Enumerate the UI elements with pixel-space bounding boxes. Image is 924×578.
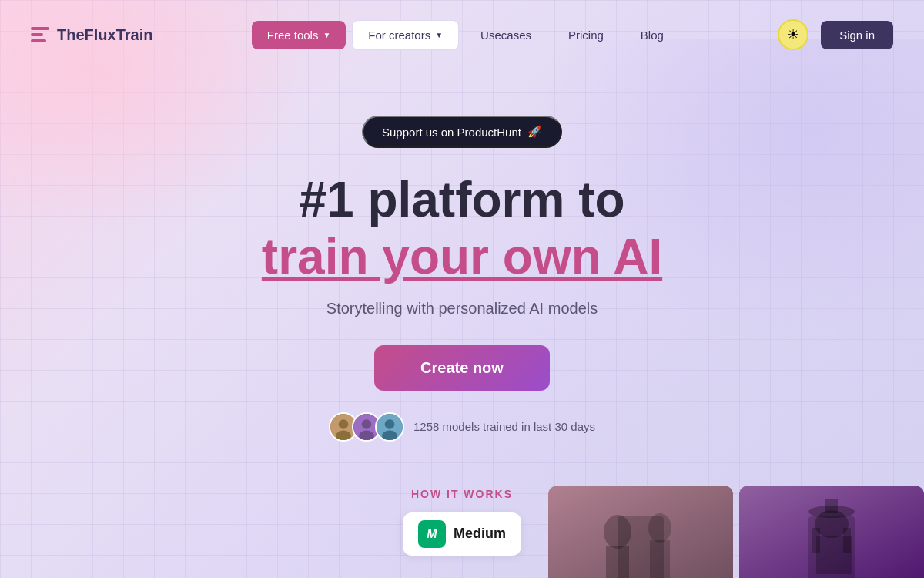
hero-title-line1: #1 platform to [299, 173, 624, 227]
avatar-group [329, 412, 404, 442]
rocket-icon: 🚀 [527, 125, 542, 139]
svg-rect-17 [843, 528, 851, 553]
hero-image-2 [739, 486, 924, 578]
svg-point-7 [385, 419, 395, 429]
svg-rect-13 [650, 540, 670, 578]
svg-rect-20 [825, 499, 838, 513]
usecases-link[interactable]: Usecases [465, 21, 547, 49]
svg-rect-11 [606, 546, 629, 578]
navbar: TheFluxTrain Free tools ▼ For creators ▼… [0, 0, 924, 69]
bottom-images [0, 486, 924, 578]
sun-icon: ☀ [787, 26, 799, 43]
producthunt-badge[interactable]: Support us on ProductHunt 🚀 [362, 116, 562, 148]
svg-point-5 [359, 430, 374, 441]
svg-point-12 [648, 513, 671, 543]
hero-subtitle: Storytelling with personalized AI models [326, 300, 598, 318]
theme-toggle-button[interactable]: ☀ [778, 19, 808, 50]
svg-rect-16 [812, 528, 820, 553]
create-now-button[interactable]: Create now [374, 345, 550, 391]
chevron-down-icon: ▼ [323, 31, 330, 39]
svg-point-8 [382, 430, 397, 441]
svg-point-1 [339, 419, 349, 429]
svg-point-2 [336, 430, 351, 441]
producthunt-label: Support us on ProductHunt [382, 126, 521, 139]
pricing-link[interactable]: Pricing [553, 21, 619, 49]
logo-icon [31, 27, 49, 42]
nav-center: Free tools ▼ For creators ▼ Usecases Pri… [252, 20, 679, 50]
avatar [375, 412, 404, 442]
for-creators-button[interactable]: For creators ▼ [352, 20, 459, 50]
svg-rect-9 [548, 486, 733, 578]
svg-rect-18 [816, 536, 852, 574]
hero-section: Support us on ProductHunt 🚀 #1 platform … [0, 69, 924, 442]
signin-button[interactable]: Sign in [821, 21, 893, 49]
logo[interactable]: TheFluxTrain [31, 26, 152, 44]
social-proof: 1258 models trained in last 30 days [329, 412, 595, 442]
chevron-down-icon: ▼ [435, 31, 443, 39]
hero-image-1 [548, 486, 733, 578]
hero-title-line2: train your own AI [262, 230, 662, 284]
free-tools-button[interactable]: Free tools ▼ [252, 21, 346, 49]
svg-point-4 [362, 419, 372, 429]
blog-link[interactable]: Blog [625, 21, 679, 49]
svg-point-10 [604, 515, 631, 549]
nav-right: ☀ Sign in [778, 19, 893, 50]
logo-text: TheFluxTrain [57, 26, 152, 44]
social-proof-text: 1258 models trained in last 30 days [413, 420, 595, 433]
